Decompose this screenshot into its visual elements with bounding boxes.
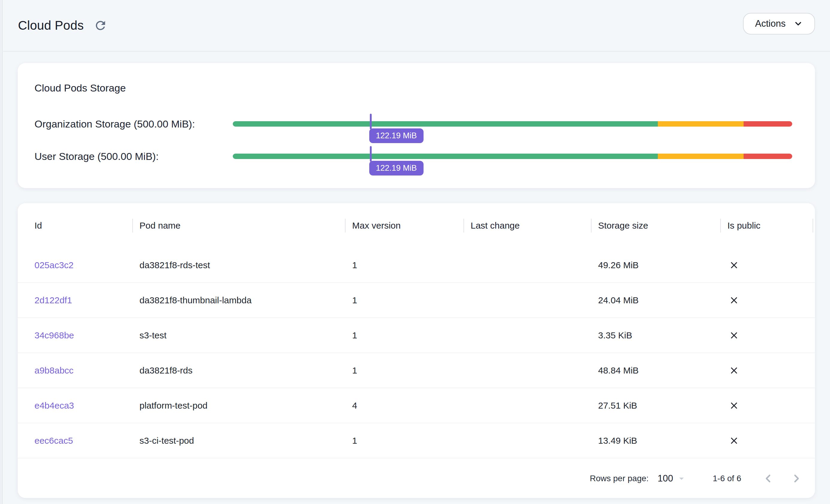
max-version-cell: 1 xyxy=(345,353,464,387)
pods-table-card: Id Pod name Max version Last change Stor… xyxy=(18,203,815,498)
column-header-pod-name[interactable]: Pod name xyxy=(132,203,345,248)
organization-storage-bar: 122.19 MiB xyxy=(233,116,798,132)
is-public-cell xyxy=(720,248,815,282)
last-change-cell xyxy=(464,388,591,423)
gauge-red-segment xyxy=(744,121,792,127)
gauge-yellow-segment xyxy=(658,121,743,127)
storage-size-cell: 3.35 KiB xyxy=(591,318,720,352)
table-row[interactable]: 025ac3c2 da3821f8-rds-test 1 49.26 MiB xyxy=(18,248,815,283)
previous-page-button[interactable] xyxy=(760,470,776,487)
pod-id-link[interactable]: a9b8abcc xyxy=(34,366,73,376)
pod-name-cell: s3-ci-test-pod xyxy=(132,423,345,458)
column-header-storage-size[interactable]: Storage size xyxy=(591,203,720,248)
storage-card: Cloud Pods Storage Organization Storage … xyxy=(18,63,815,188)
pod-id-cell: 025ac3c2 xyxy=(18,248,132,282)
storage-size-cell: 49.26 MiB xyxy=(591,248,720,282)
pod-id-cell: e4b4eca3 xyxy=(18,388,132,423)
organization-storage-row: Organization Storage (500.00 MiB): 122.1… xyxy=(34,116,798,132)
pod-id-cell: 2d122df1 xyxy=(18,283,132,317)
storage-gauge xyxy=(233,121,792,127)
pod-name-cell: da3821f8-rds xyxy=(132,353,345,387)
user-storage-row: User Storage (500.00 MiB): 122.19 MiB xyxy=(34,148,798,164)
close-icon xyxy=(729,400,739,411)
max-version-cell: 1 xyxy=(345,318,464,352)
last-change-cell xyxy=(464,318,591,352)
max-version-cell: 1 xyxy=(345,248,464,282)
user-storage-label: User Storage (500.00 MiB): xyxy=(34,151,233,162)
table-row[interactable]: 34c968be s3-test 1 3.35 KiB xyxy=(18,318,815,353)
gauge-green-segment xyxy=(233,121,658,127)
last-change-cell xyxy=(464,353,591,387)
dropdown-caret-icon xyxy=(676,473,687,484)
gauge-green-segment xyxy=(233,154,658,159)
rows-per-page-value: 100 xyxy=(658,473,673,484)
is-public-cell xyxy=(720,318,815,352)
next-page-button[interactable] xyxy=(788,470,805,487)
max-version-cell: 1 xyxy=(345,423,464,458)
pod-name-cell: da3821f8-thumbnail-lambda xyxy=(132,283,345,317)
pod-id-link[interactable]: eec6cac5 xyxy=(34,436,73,446)
close-icon xyxy=(729,435,739,446)
chevron-right-icon xyxy=(790,472,803,485)
storage-size-cell: 48.84 MiB xyxy=(591,353,720,387)
pod-id-link[interactable]: 2d122df1 xyxy=(34,295,72,306)
pod-id-link[interactable]: 025ac3c2 xyxy=(34,260,73,270)
storage-card-title: Cloud Pods Storage xyxy=(34,63,798,94)
max-version-cell: 1 xyxy=(345,283,464,317)
table-row[interactable]: e4b4eca3 platform-test-pod 4 27.51 KiB xyxy=(18,388,815,423)
close-icon xyxy=(729,260,739,271)
user-storage-bar: 122.19 MiB xyxy=(233,148,798,164)
pod-id-cell: eec6cac5 xyxy=(18,423,132,458)
last-change-cell xyxy=(464,248,591,282)
pod-id-link[interactable]: e4b4eca3 xyxy=(34,401,74,411)
usage-badge: 122.19 MiB xyxy=(369,128,423,143)
storage-gauge xyxy=(233,154,792,159)
table-header-row: Id Pod name Max version Last change Stor… xyxy=(18,203,815,248)
is-public-cell xyxy=(720,353,815,387)
rows-per-page-select[interactable]: 100 xyxy=(658,473,687,484)
column-header-last-change[interactable]: Last change xyxy=(464,203,591,248)
last-change-cell xyxy=(464,423,591,458)
last-change-cell xyxy=(464,283,591,317)
pod-name-cell: platform-test-pod xyxy=(132,388,345,423)
pagination-range-label: 1-6 of 6 xyxy=(713,474,741,483)
pod-id-cell: a9b8abcc xyxy=(18,353,132,387)
usage-marker xyxy=(370,114,372,129)
max-version-cell: 4 xyxy=(345,388,464,423)
table-body: 025ac3c2 da3821f8-rds-test 1 49.26 MiB 2… xyxy=(18,248,815,459)
is-public-cell xyxy=(720,388,815,423)
actions-button[interactable]: Actions xyxy=(743,13,815,34)
usage-marker xyxy=(370,146,372,162)
chevron-down-icon xyxy=(793,19,803,29)
organization-storage-label: Organization Storage (500.00 MiB): xyxy=(34,118,233,130)
chevron-left-icon xyxy=(761,472,775,485)
storage-size-cell: 13.49 KiB xyxy=(591,423,720,458)
gauge-yellow-segment xyxy=(658,154,743,159)
page-header: Cloud Pods Actions xyxy=(3,0,830,52)
gauge-red-segment xyxy=(744,154,792,159)
refresh-icon xyxy=(94,19,107,32)
is-public-cell xyxy=(720,283,815,317)
table-pagination: Rows per page: 100 1-6 of 6 xyxy=(18,459,815,498)
column-header-id[interactable]: Id xyxy=(18,203,132,248)
pod-id-cell: 34c968be xyxy=(18,318,132,352)
column-header-is-public[interactable]: Is public xyxy=(720,203,815,248)
pod-id-link[interactable]: 34c968be xyxy=(34,330,74,341)
pod-name-cell: da3821f8-rds-test xyxy=(132,248,345,282)
refresh-button[interactable] xyxy=(93,18,108,33)
rows-per-page-label: Rows per page: xyxy=(590,474,648,483)
close-icon xyxy=(729,295,739,306)
table-row[interactable]: eec6cac5 s3-ci-test-pod 1 13.49 KiB xyxy=(18,423,815,459)
table-row[interactable]: 2d122df1 da3821f8-thumbnail-lambda 1 24.… xyxy=(18,283,815,318)
usage-badge: 122.19 MiB xyxy=(369,161,423,176)
pod-name-cell: s3-test xyxy=(132,318,345,352)
close-icon xyxy=(729,365,739,376)
storage-size-cell: 27.51 KiB xyxy=(591,388,720,423)
column-header-max-version[interactable]: Max version xyxy=(345,203,464,248)
left-edge-strip xyxy=(0,0,3,504)
actions-button-label: Actions xyxy=(755,18,786,29)
close-icon xyxy=(729,330,739,341)
is-public-cell xyxy=(720,423,815,458)
page-title: Cloud Pods xyxy=(18,18,84,33)
table-row[interactable]: a9b8abcc da3821f8-rds 1 48.84 MiB xyxy=(18,353,815,388)
